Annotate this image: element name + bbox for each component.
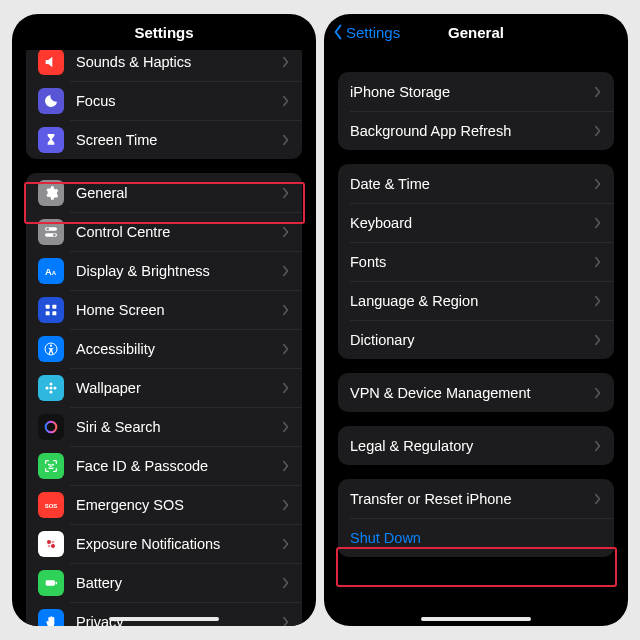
siri-icon	[38, 414, 64, 440]
battery-icon	[38, 570, 64, 596]
chevron-right-icon	[282, 616, 290, 627]
settings-row-control-centre[interactable]: Control Centre	[26, 212, 302, 251]
settings-row-general[interactable]: General	[26, 173, 302, 212]
general-list[interactable]: iPhone StorageBackground App Refresh Dat…	[324, 50, 628, 626]
settings-row-exposure-notifications[interactable]: Exposure Notifications	[26, 524, 302, 563]
chevron-right-icon	[594, 295, 602, 307]
settings-row-siri-search[interactable]: Siri & Search	[26, 407, 302, 446]
settings-row-focus[interactable]: Focus	[26, 81, 302, 120]
back-button[interactable]: Settings	[332, 14, 400, 50]
settings-row-screen-time[interactable]: Screen Time	[26, 120, 302, 159]
general-row-dictionary[interactable]: Dictionary	[338, 320, 614, 359]
chevron-right-icon	[594, 387, 602, 399]
chevron-right-icon	[594, 217, 602, 229]
moon-icon	[38, 88, 64, 114]
settings-row-display-brightness[interactable]: AADisplay & Brightness	[26, 251, 302, 290]
chevron-right-icon	[282, 134, 290, 146]
row-label: iPhone Storage	[350, 84, 594, 100]
chevron-right-icon	[594, 440, 602, 452]
chevron-left-icon	[332, 24, 344, 40]
settings-row-emergency-sos[interactable]: SOSEmergency SOS	[26, 485, 302, 524]
row-label: Sounds & Haptics	[76, 54, 282, 70]
svg-rect-8	[46, 311, 50, 315]
svg-rect-25	[46, 580, 55, 585]
row-label: Dictionary	[350, 332, 594, 348]
home-indicator[interactable]	[109, 617, 219, 621]
general-row-language-region[interactable]: Language & Region	[338, 281, 614, 320]
row-label: Focus	[76, 93, 282, 109]
row-label: Shut Down	[350, 530, 602, 546]
general-group-reset: Transfer or Reset iPhoneShut Down	[338, 479, 614, 557]
speaker-icon	[38, 50, 64, 75]
hand-icon	[38, 609, 64, 627]
row-label: Siri & Search	[76, 419, 282, 435]
chevron-right-icon	[282, 460, 290, 472]
settings-row-sounds-haptics[interactable]: Sounds & Haptics	[26, 50, 302, 81]
svg-text:SOS: SOS	[45, 502, 58, 508]
svg-point-11	[50, 344, 52, 346]
chevron-right-icon	[282, 56, 290, 68]
nav-bar: Settings	[12, 14, 316, 50]
svg-rect-6	[46, 304, 50, 308]
settings-row-privacy[interactable]: Privacy	[26, 602, 302, 626]
general-row-keyboard[interactable]: Keyboard	[338, 203, 614, 242]
svg-point-14	[49, 390, 52, 393]
home-indicator[interactable]	[421, 617, 531, 621]
svg-point-23	[52, 540, 55, 543]
chevron-right-icon	[594, 125, 602, 137]
settings-row-wallpaper[interactable]: Wallpaper	[26, 368, 302, 407]
gear-icon	[38, 180, 64, 206]
settings-screen: Settings Sounds & HapticsFocusScreen Tim…	[12, 14, 316, 626]
general-row-shut-down[interactable]: Shut Down	[338, 518, 614, 557]
chevron-right-icon	[282, 382, 290, 394]
row-label: VPN & Device Management	[350, 385, 594, 401]
svg-point-19	[53, 464, 54, 465]
chevron-right-icon	[594, 256, 602, 268]
settings-row-battery[interactable]: Battery	[26, 563, 302, 602]
settings-row-home-screen[interactable]: Home Screen	[26, 290, 302, 329]
general-row-fonts[interactable]: Fonts	[338, 242, 614, 281]
row-label: Date & Time	[350, 176, 594, 192]
svg-point-3	[53, 233, 56, 236]
accessibility-icon	[38, 336, 64, 362]
settings-row-face-id-passcode[interactable]: Face ID & Passcode	[26, 446, 302, 485]
chevron-right-icon	[282, 265, 290, 277]
nav-title: General	[448, 24, 504, 41]
svg-point-13	[49, 382, 52, 385]
svg-point-16	[53, 386, 56, 389]
nav-title: Settings	[134, 24, 193, 41]
svg-text:A: A	[45, 267, 52, 277]
row-label: General	[76, 185, 282, 201]
row-label: Display & Brightness	[76, 263, 282, 279]
svg-point-12	[49, 386, 52, 389]
sos-icon: SOS	[38, 492, 64, 518]
chevron-right-icon	[282, 304, 290, 316]
settings-row-accessibility[interactable]: Accessibility	[26, 329, 302, 368]
general-group-locale: Date & TimeKeyboardFontsLanguage & Regio…	[338, 164, 614, 359]
back-label: Settings	[346, 24, 400, 41]
hourglass-icon	[38, 127, 64, 153]
faceid-icon	[38, 453, 64, 479]
chevron-right-icon	[594, 334, 602, 346]
exposure-icon	[38, 531, 64, 557]
general-row-iphone-storage[interactable]: iPhone Storage	[338, 72, 614, 111]
svg-rect-9	[52, 311, 56, 315]
general-row-vpn-device-management[interactable]: VPN & Device Management	[338, 373, 614, 412]
row-label: Control Centre	[76, 224, 282, 240]
chevron-right-icon	[282, 226, 290, 238]
general-row-date-time[interactable]: Date & Time	[338, 164, 614, 203]
row-label: Exposure Notifications	[76, 536, 282, 552]
switches-icon	[38, 219, 64, 245]
general-row-background-app-refresh[interactable]: Background App Refresh	[338, 111, 614, 150]
chevron-right-icon	[594, 493, 602, 505]
general-row-transfer-or-reset-iphone[interactable]: Transfer or Reset iPhone	[338, 479, 614, 518]
svg-point-21	[47, 540, 51, 544]
row-label: Transfer or Reset iPhone	[350, 491, 594, 507]
settings-list[interactable]: Sounds & HapticsFocusScreen Time General…	[12, 50, 316, 626]
row-label: Language & Region	[350, 293, 594, 309]
row-label: Wallpaper	[76, 380, 282, 396]
svg-rect-26	[56, 581, 57, 584]
general-row-legal-regulatory[interactable]: Legal & Regulatory	[338, 426, 614, 465]
svg-text:A: A	[52, 270, 57, 276]
row-label: Home Screen	[76, 302, 282, 318]
